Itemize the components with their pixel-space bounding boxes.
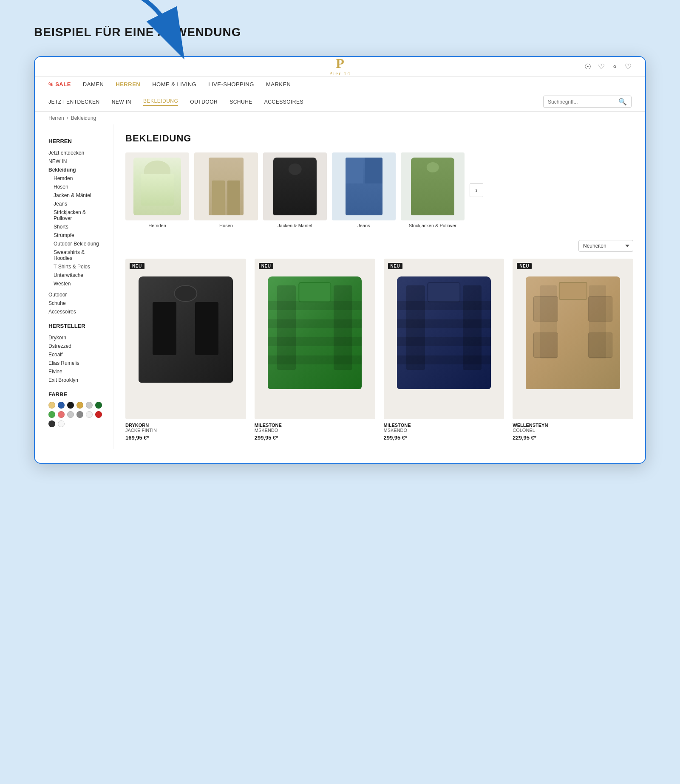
color-dot-darkgreen[interactable] — [95, 402, 102, 409]
category-jacken[interactable]: Jacken & Mäntel — [263, 152, 327, 228]
browser-window: P Pier 14 ☉ ♡ ⚬ ♡ % SALE DAMEN HERREN HO… — [34, 56, 646, 464]
color-dot-white2[interactable] — [58, 420, 65, 427]
sidebar-strümpfe[interactable]: Strümpfe — [48, 231, 105, 240]
color-dot-gray2[interactable] — [67, 411, 74, 418]
sidebar-hosen[interactable]: Hosen — [48, 183, 105, 191]
sidebar-jeans[interactable]: Jeans — [48, 200, 105, 208]
category-img-jeans — [332, 152, 396, 220]
category-jeans[interactable]: Jeans — [332, 152, 396, 228]
sidebar-schuhe[interactable]: Schuhe — [48, 299, 105, 307]
sidebar-bekleidung[interactable]: Bekleidung — [48, 166, 105, 174]
sidebar-hersteller-title: HERSTELLER — [48, 323, 105, 329]
sidebar-sweatshirts[interactable]: Sweatshirts & Hoodies — [48, 248, 105, 262]
color-dot-yellow[interactable] — [76, 402, 83, 409]
sidebar-unterwäsche[interactable]: Unterwäsche — [48, 271, 105, 279]
account-icon[interactable]: ⚬ — [612, 62, 618, 71]
nav-item-home[interactable]: HOME & LIVING — [152, 81, 196, 87]
arrow-container: P Pier 14 ☉ ♡ ⚬ ♡ % SALE DAMEN HERREN HO… — [34, 56, 646, 464]
sidebar-westen[interactable]: Westen — [48, 279, 105, 288]
nav-item-live[interactable]: LIVE-SHOPPING — [208, 81, 254, 87]
product-img-1: NEU — [125, 259, 246, 419]
category-hosen[interactable]: Hosen — [194, 152, 258, 228]
header-icons: ☉ ♡ ⚬ ♡ — [584, 62, 632, 71]
category-label-strickjacken: Strickjacken & Pullover — [409, 223, 457, 228]
sidebar-shorts[interactable]: Shorts — [48, 223, 105, 231]
nav-item-herren[interactable]: HERREN — [116, 81, 140, 87]
sidebar-jacken[interactable]: Jacken & Mäntel — [48, 191, 105, 200]
sidebar-accessoires[interactable]: Accessoires — [48, 307, 105, 316]
sidebar-exit[interactable]: Exit Brooklyn — [48, 376, 105, 384]
color-dot-white1[interactable] — [86, 411, 93, 418]
product-name-1: JACKE FINTIN — [125, 428, 246, 433]
sidebar-strickjacken[interactable]: Strickjacken & Pullover — [48, 208, 105, 223]
sub-nav-outdoor[interactable]: OUTDOOR — [190, 99, 218, 105]
breadcrumb-bekleidung[interactable]: Bekleidung — [71, 115, 96, 121]
color-dot-red[interactable] — [95, 411, 102, 418]
category-strickjacken[interactable]: Strickjacken & Pullover — [401, 152, 465, 228]
sidebar-newin[interactable]: NEW IN — [48, 157, 105, 166]
category-img-jacken — [263, 152, 327, 220]
sidebar-outdoor[interactable]: Outdoor — [48, 290, 105, 299]
category-label-hemden: Hemden — [148, 223, 166, 228]
search-bar[interactable]: 🔍 — [543, 96, 632, 108]
category-img-strickjacken — [401, 152, 465, 220]
product-card-2[interactable]: NEU — [255, 259, 375, 441]
sidebar-elvine[interactable]: Elvine — [48, 367, 105, 376]
scroll-right-btn[interactable]: › — [470, 183, 483, 197]
sidebar-farbe-title: FARBE — [48, 391, 105, 398]
search-input[interactable] — [548, 99, 616, 105]
sidebar-ecoalf[interactable]: Ecoalf — [48, 350, 105, 359]
color-dot-darkgray[interactable] — [48, 420, 55, 427]
color-dot-black[interactable] — [67, 402, 74, 409]
sub-nav-newin[interactable]: NEW IN — [112, 99, 131, 105]
sidebar-outdoor-bek[interactable]: Outdoor-Bekleidung — [48, 240, 105, 248]
logo-symbol: P — [336, 56, 344, 70]
location-icon[interactable]: ☉ — [584, 62, 591, 71]
product-price-3: 299,95 €* — [384, 434, 504, 441]
category-label-hosen: Hosen — [219, 223, 233, 228]
category-hemden[interactable]: Hemden — [125, 152, 189, 228]
sort-select[interactable]: Neuheiten Preis aufsteigend Preis abstei… — [578, 240, 633, 252]
product-img-3: NEU — [384, 259, 504, 419]
chevron-right-icon: › — [475, 186, 477, 194]
sidebar-elias[interactable]: Elias Rumelis — [48, 359, 105, 367]
sort-bar: Neuheiten Preis aufsteigend Preis abstei… — [125, 240, 633, 252]
product-brand-3: MILESTONE — [384, 423, 504, 428]
search-icon[interactable]: 🔍 — [618, 98, 627, 106]
color-dot-gray3[interactable] — [76, 411, 83, 418]
sidebar-drykorn[interactable]: Drykorn — [48, 333, 105, 342]
product-card-3[interactable]: NEU — [384, 259, 504, 441]
category-img-hemden — [125, 152, 189, 220]
product-card-4[interactable]: NEU — [513, 259, 633, 441]
breadcrumb-herren[interactable]: Herren — [48, 115, 64, 121]
color-dot-gray1[interactable] — [86, 402, 93, 409]
color-dot-blue[interactable] — [58, 402, 65, 409]
product-card-1[interactable]: NEU DRYKORN JACKE FINTIN — [125, 259, 246, 441]
main-nav: % SALE DAMEN HERREN HOME & LIVING LIVE-S… — [35, 77, 645, 92]
color-dot-gold[interactable] — [48, 402, 55, 409]
sub-nav: JETZT ENTDECKEN NEW IN BEKLEIDUNG OUTDOO… — [35, 92, 645, 112]
sidebar-herren-title: HERREN — [48, 138, 105, 144]
sidebar: HERREN Jetzt entdecken NEW IN Bekleidung… — [35, 124, 113, 449]
product-name-3: MSKENDO — [384, 428, 504, 433]
sub-nav-bekleidung[interactable]: BEKLEIDUNG — [143, 98, 178, 106]
color-dot-green[interactable] — [48, 411, 55, 418]
sub-nav-schuhe[interactable]: SCHUHE — [230, 99, 252, 105]
sidebar-jetzt[interactable]: Jetzt entdecken — [48, 149, 105, 157]
sidebar-hemden[interactable]: Hemden — [48, 174, 105, 183]
wishlist-icon[interactable]: ♡ — [598, 62, 605, 71]
product-brand-1: DRYKORN — [125, 423, 246, 428]
color-dot-pink[interactable] — [58, 411, 65, 418]
sidebar-dstrezzed[interactable]: Dstrezzed — [48, 342, 105, 350]
category-img-hosen — [194, 152, 258, 220]
nav-item-sale[interactable]: % SALE — [48, 81, 71, 87]
product-img-2: NEU — [255, 259, 375, 419]
nav-item-damen[interactable]: DAMEN — [83, 81, 104, 87]
breadcrumb: Herren › Bekleidung — [35, 112, 645, 124]
category-scroll: Hemden Hosen — [125, 152, 633, 228]
sidebar-tshirts[interactable]: T-Shirts & Polos — [48, 262, 105, 271]
cart-icon[interactable]: ♡ — [625, 62, 632, 71]
nav-item-marken[interactable]: MARKEN — [266, 81, 291, 87]
sub-nav-accessoires[interactable]: ACCESSOIRES — [264, 99, 303, 105]
sub-nav-jetzt[interactable]: JETZT ENTDECKEN — [48, 99, 100, 105]
